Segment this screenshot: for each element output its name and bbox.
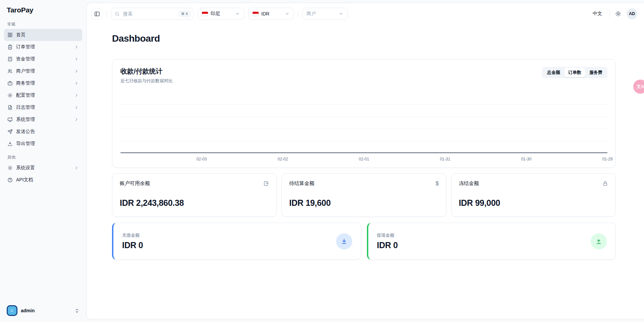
stat-label: 待结算金额 (289, 180, 314, 187)
action-value: IDR 0 (122, 240, 143, 250)
chart-tabs: 总金额 订单数 服务费 (542, 67, 607, 78)
action-label: 提现金额 (377, 232, 398, 238)
language-switch-button[interactable]: 中文 (591, 10, 604, 17)
sidebar-item-label: 订单管理 (16, 44, 35, 50)
withdraw-button[interactable] (591, 233, 607, 249)
axis-tick-label: 01-29 (602, 157, 613, 162)
stat-card-header: 冻结金额 (459, 180, 608, 187)
account-avatar[interactable]: AD (627, 8, 637, 19)
stat-card-available-balance: 账户可用余额 IDR 2,243,860.38 (112, 173, 277, 217)
indonesia-flag-icon (202, 12, 208, 16)
stat-card-header: 待结算金额 $ (289, 180, 438, 187)
tab-order-count[interactable]: 订单数 (564, 68, 585, 77)
dashboard-grid-icon (7, 32, 13, 38)
user-menu-button[interactable]: admin (4, 303, 82, 318)
axis-tick-label: 01-31 (440, 157, 450, 162)
topbar-divider (298, 10, 298, 17)
briefcase-icon (7, 81, 13, 86)
sidebar-item-label: 首页 (16, 32, 25, 38)
stat-value: IDR 2,243,860.38 (120, 198, 269, 208)
app-logo: TaroPay (4, 0, 82, 17)
sidebar-item-label: 日志管理 (16, 104, 35, 110)
action-text-block: 提现金额 IDR 0 (377, 232, 398, 250)
currency-select-value: IDR (261, 11, 269, 16)
axis-tick-label: 02-01 (359, 157, 369, 162)
wallet-icon (263, 181, 269, 186)
search-input[interactable] (122, 11, 176, 17)
axis-tick-label: 01-30 (521, 157, 532, 162)
chart-header: 收款/付款统计 近七日收款与付款数据对比 总金额 订单数 服务费 (120, 67, 607, 84)
sidebar-item-label: 发送公告 (16, 129, 35, 135)
user-name: admin (21, 308, 35, 313)
sidebar-item-settings[interactable]: 系统设置 (4, 162, 82, 174)
sidebar-section-other: 其他 (4, 150, 82, 162)
calculator-icon (7, 56, 13, 62)
clipboard-icon (7, 44, 13, 50)
sidebar-item-announcement[interactable]: 发送公告 (4, 126, 82, 138)
chevron-right-icon (74, 105, 79, 110)
search-shortcut-badge: ⌘ K (179, 11, 191, 17)
sidebar-item-logs[interactable]: 日志管理 (4, 101, 82, 113)
sidebar-toggle-button[interactable] (91, 8, 103, 19)
chart-card: 收款/付款统计 近七日收款与付款数据对比 总金额 订单数 服务费 02-0302… (112, 59, 616, 168)
search-box: ⌘ K (111, 8, 194, 20)
topbar-divider (107, 10, 107, 17)
merchant-select-placeholder: 商户 (307, 11, 316, 17)
line-chart-plot (120, 92, 607, 153)
sidebar-item-system[interactable]: 系统管理 (4, 113, 82, 126)
sidebar: TaroPay 常规 首页 订单管理 资金管理 商户管理 商务管理 配置管理 日… (0, 0, 86, 322)
actions-row: 充值金额 IDR 0 提现金额 IDR 0 (112, 223, 616, 260)
sidebar-item-api-docs[interactable]: API文档 (4, 174, 82, 186)
chevron-right-icon (74, 57, 79, 61)
axis-tick-label: 02-03 (197, 157, 207, 162)
action-card-withdraw: 提现金额 IDR 0 (367, 223, 616, 260)
chevron-down-icon (235, 11, 240, 16)
search-icon (115, 11, 120, 16)
deposit-button[interactable] (336, 233, 352, 249)
sidebar-item-business[interactable]: 商务管理 (4, 77, 82, 89)
stat-label: 账户可用余额 (120, 180, 150, 187)
merchant-select[interactable]: 商户 (302, 8, 348, 20)
sidebar-item-label: 导出管理 (16, 141, 35, 147)
chevron-right-icon (74, 69, 79, 74)
tab-total-amount[interactable]: 总金额 (543, 68, 564, 77)
currency-select[interactable]: IDR (248, 8, 294, 20)
help-circle-icon (7, 177, 13, 183)
sidebar-item-home[interactable]: 首页 (4, 29, 82, 41)
sidebar-item-config[interactable]: 配置管理 (4, 89, 82, 101)
deposit-arrow-down-icon (341, 238, 347, 245)
theme-toggle-button[interactable] (615, 11, 621, 17)
panel-left-icon (94, 11, 100, 17)
monitor-icon (7, 117, 13, 122)
topbar-right-cluster: 中文 AD (591, 8, 637, 19)
user-avatar (7, 305, 17, 316)
dollar-icon: $ (436, 181, 439, 186)
chevron-right-icon (74, 93, 79, 98)
tab-service-fee[interactable]: 服务费 (585, 68, 606, 77)
sidebar-item-export[interactable]: 导出管理 (4, 138, 82, 150)
sidebar-item-label: 配置管理 (16, 92, 35, 98)
gear-icon (7, 93, 13, 98)
chevron-right-icon (74, 81, 79, 86)
stat-card-header: 账户可用余额 (120, 180, 269, 187)
stats-row: 账户可用余额 IDR 2,243,860.38 待结算金额 $ IDR 19,6… (112, 173, 616, 217)
users-icon (7, 68, 13, 74)
gridline (120, 141, 607, 141)
sidebar-item-orders[interactable]: 订单管理 (4, 41, 82, 53)
sidebar-item-label: 商户管理 (16, 68, 35, 74)
sidebar-item-label: 商务管理 (16, 80, 35, 86)
sidebar-item-merchants[interactable]: 商户管理 (4, 65, 82, 77)
country-select[interactable]: 印尼 (198, 8, 244, 20)
chart-title: 收款/付款统计 (120, 67, 173, 76)
chevron-down-icon (339, 11, 343, 16)
sidebar-item-funds[interactable]: 资金管理 (4, 53, 82, 65)
chart-title-block: 收款/付款统计 近七日收款与付款数据对比 (120, 67, 173, 84)
sidebar-item-label: 系统管理 (16, 117, 35, 123)
action-text-block: 充值金额 IDR 0 (122, 232, 143, 250)
chart-subtitle: 近七日收款与付款数据对比 (120, 78, 173, 84)
translate-icon: 文A (637, 84, 644, 90)
chart-x-axis: 02-0302-0202-0101-3101-3001-29 (120, 156, 607, 162)
dashboard-content: Dashboard 收款/付款统计 近七日收款与付款数据对比 总金额 订单数 服… (87, 25, 644, 319)
sidebar-section-general: 常规 (4, 17, 82, 29)
indonesia-flag-icon (253, 12, 259, 16)
